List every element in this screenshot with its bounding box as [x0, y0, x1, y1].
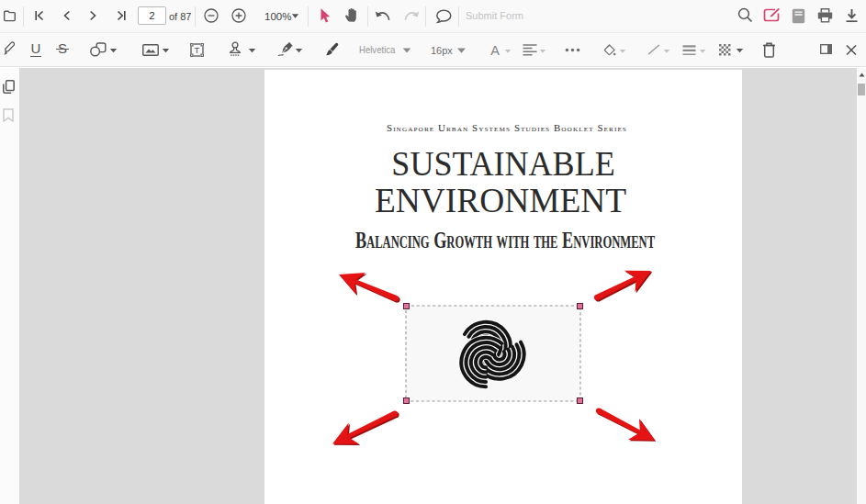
svg-text:T: T	[195, 45, 200, 55]
